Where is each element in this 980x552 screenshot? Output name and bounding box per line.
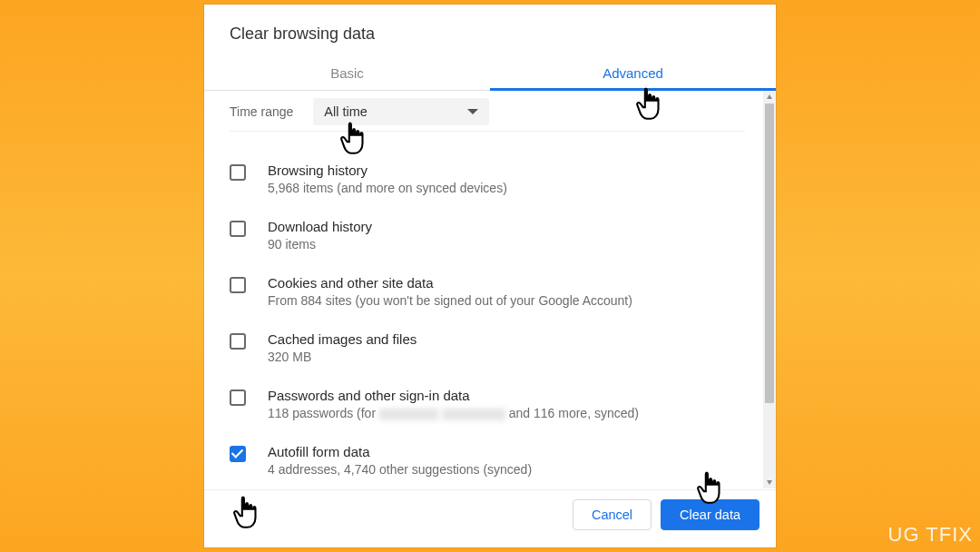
checkbox-browsing-history[interactable] <box>230 164 246 181</box>
list-item-autofill: Autofill form data 4 addresses, 4,740 ot… <box>230 433 745 489</box>
item-title: Autofill form data <box>268 444 745 459</box>
checkbox-download-history[interactable] <box>230 221 246 237</box>
dialog-content: Time range All time Browsing history 5,9… <box>204 91 763 489</box>
item-title: Download history <box>268 219 745 234</box>
button-bar: Cancel Clear data <box>204 489 776 530</box>
item-subtitle: 90 items <box>268 237 745 251</box>
item-subtitle: 5,968 items (and more on synced devices) <box>268 181 745 195</box>
item-subtitle: From 884 sites (you won't be signed out … <box>268 293 745 308</box>
clear-data-button[interactable]: Clear data <box>661 499 760 530</box>
item-subtitle: 4 addresses, 4,740 other suggestions (sy… <box>268 462 745 477</box>
item-title: Browsing history <box>268 163 745 178</box>
time-range-row: Time range All time <box>230 91 745 132</box>
cancel-button[interactable]: Cancel <box>573 499 652 530</box>
scrollbar[interactable] <box>763 91 776 488</box>
clear-browsing-data-dialog: Clear browsing data Basic Advanced Time … <box>204 5 776 547</box>
dialog-title: Clear browsing data <box>204 5 776 54</box>
time-range-value: All time <box>324 104 368 119</box>
data-type-list: Browsing history 5,968 items (and more o… <box>230 133 745 489</box>
list-item-cached: Cached images and files 320 MB <box>230 320 745 377</box>
tab-advanced[interactable]: Advanced <box>490 54 776 90</box>
time-range-select[interactable]: All time <box>313 98 489 125</box>
tab-bar: Basic Advanced <box>204 54 776 91</box>
checkbox-passwords[interactable] <box>230 389 246 406</box>
checkbox-cached[interactable] <box>230 333 246 350</box>
list-item-cookies: Cookies and other site data From 884 sit… <box>230 264 745 320</box>
watermark: UG TFIX <box>888 523 973 547</box>
item-title: Passwords and other sign-in data <box>268 388 745 403</box>
checkbox-cookies[interactable] <box>230 277 246 293</box>
scrollbar-thumb[interactable] <box>765 104 774 403</box>
time-range-label: Time range <box>230 104 293 119</box>
item-subtitle: 118 passwords (for and 116 more, synced) <box>268 406 745 420</box>
item-subtitle: 320 MB <box>268 350 745 364</box>
list-item-download-history: Download history 90 items <box>230 208 745 264</box>
item-title: Cookies and other site data <box>268 275 745 291</box>
list-item-browsing-history: Browsing history 5,968 items (and more o… <box>230 152 745 208</box>
list-item-passwords: Passwords and other sign-in data 118 pas… <box>230 377 745 433</box>
checkbox-autofill[interactable] <box>230 446 246 462</box>
item-title: Cached images and files <box>268 331 745 347</box>
chevron-down-icon <box>467 109 478 114</box>
tab-basic[interactable]: Basic <box>204 54 490 90</box>
